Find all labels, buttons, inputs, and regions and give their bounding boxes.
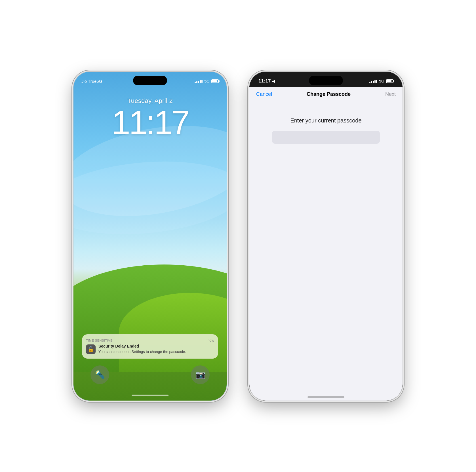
signal-bar-4: [374, 80, 376, 83]
passcode-input-field[interactable]: [272, 131, 380, 144]
notification-category: TIME SENSITIVE: [86, 339, 113, 342]
battery-fill-2: [387, 80, 391, 82]
passcode-content-area: Enter your current passcode: [249, 100, 403, 152]
status-bar-2: 11:17 ◀ 5G: [249, 72, 403, 87]
home-indicator-2: [307, 396, 344, 398]
signal-bar-4: [200, 80, 201, 83]
lock-screen-date: Tuesday, April 2: [73, 97, 227, 105]
status-bar: Jio True5G 5G: [73, 72, 227, 87]
battery-icon-2: [386, 79, 393, 83]
phone-change-passcode: 11:17 ◀ 5G Canc: [249, 72, 403, 401]
notification-text: Security Delay Ended You can continue in…: [98, 344, 214, 354]
signal-bar-5: [201, 80, 203, 83]
signal-bars-2: [369, 80, 377, 83]
notification-icon: 🔓: [86, 344, 96, 354]
signal-bar-2: [196, 81, 197, 83]
lock-icon: 🔓: [88, 346, 94, 352]
notification-title: Security Delay Ended: [98, 344, 214, 348]
network-label: 5G: [204, 79, 210, 83]
navigation-bar: Cancel Change Passcode Next: [249, 87, 403, 100]
next-button[interactable]: Next: [385, 91, 396, 97]
screen-title: Change Passcode: [307, 91, 351, 97]
lock-screen-content: Jio True5G 5G Tuesday, April 2 11:17: [73, 72, 227, 401]
passcode-screen-content: 11:17 ◀ 5G Canc: [249, 72, 403, 401]
battery-fill: [212, 80, 217, 82]
status-time: 11:17 ◀: [258, 78, 275, 84]
time-label: 11:17: [258, 78, 271, 84]
lock-bottom-buttons: 🔦 📷: [73, 365, 227, 384]
signal-bar-1: [369, 82, 370, 83]
notification-card[interactable]: TIME SENSITIVE now 🔓 Security Delay Ende…: [82, 334, 218, 358]
status-right-group: 5G: [195, 79, 219, 83]
dynamic-island: [133, 76, 167, 85]
signal-bar-5: [376, 80, 377, 83]
notification-body: 🔓 Security Delay Ended You can continue …: [86, 344, 214, 354]
phone-lock-screen: Jio True5G 5G Tuesday, April 2 11:17: [73, 72, 227, 401]
signal-bar-2: [371, 81, 372, 83]
flashlight-icon: 🔦: [95, 370, 105, 379]
battery-icon: [211, 79, 219, 83]
notification-header: TIME SENSITIVE now: [86, 338, 214, 342]
signal-bar-1: [195, 82, 196, 83]
carrier-label: Jio True5G: [81, 79, 102, 84]
signal-bar-3: [198, 81, 199, 83]
flashlight-button[interactable]: 🔦: [90, 365, 109, 384]
camera-icon: 📷: [195, 370, 205, 379]
notification-timestamp: now: [207, 338, 214, 342]
notification-message: You can continue in Settings to change t…: [98, 349, 214, 354]
network-label-2: 5G: [379, 79, 384, 83]
cancel-button[interactable]: Cancel: [256, 91, 272, 97]
location-arrow-icon: ◀: [272, 79, 275, 83]
lock-screen-time: 11:17: [73, 106, 227, 139]
dynamic-island-2: [309, 76, 343, 85]
signal-bars: [195, 80, 203, 83]
passcode-screen: Cancel Change Passcode Next Enter your c…: [249, 87, 403, 401]
signal-bar-3: [373, 81, 374, 83]
passcode-prompt-text: Enter your current passcode: [290, 117, 361, 124]
home-indicator: [132, 395, 169, 396]
camera-button[interactable]: 📷: [191, 365, 210, 384]
status-right-2: 5G: [369, 79, 393, 83]
